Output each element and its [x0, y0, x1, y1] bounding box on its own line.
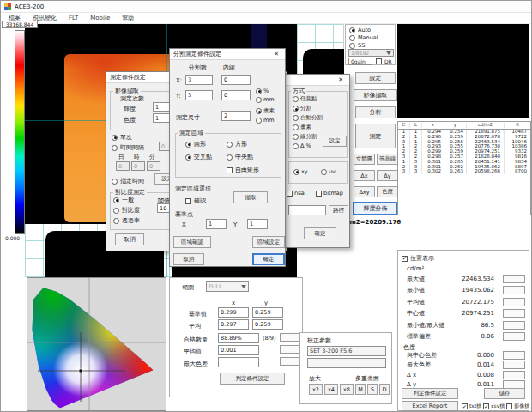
menu-item[interactable]: Mobile	[84, 15, 116, 21]
position-display-checkbox[interactable]: ✓	[402, 256, 408, 262]
path-button[interactable]: 路徑	[329, 205, 348, 215]
transmit-radio[interactable]	[113, 218, 119, 224]
right-camera-view[interactable]	[397, 24, 529, 118]
mode-dialog[interactable]: ✕ 方式 任意點 分割 自動分割 畫素 線分割 Δ % 設定 xy uv ris…	[284, 74, 350, 248]
measure-button[interactable]: 測定	[355, 124, 396, 148]
interval-radio[interactable]	[112, 145, 118, 151]
gain-field[interactable]: 0gain	[348, 58, 372, 65]
inset-y-field[interactable]: 0	[221, 90, 251, 100]
cross-point-radio[interactable]	[185, 154, 191, 161]
region-confirm-button[interactable]: 區域確認	[173, 236, 211, 248]
risa-checkbox[interactable]	[287, 191, 293, 197]
measurement-table[interactable]: CLxycd/m2K110.2940.25421891.87510487210.…	[397, 121, 531, 215]
manual-radio[interactable]	[349, 35, 355, 41]
pixel-radio[interactable]	[293, 124, 299, 130]
ref-x-field[interactable]: 0.299	[218, 307, 249, 318]
line-split-radio[interactable]	[293, 134, 299, 140]
menu-item[interactable]: FLT	[63, 15, 84, 21]
solid-view-button[interactable]: 立體圖	[354, 154, 375, 165]
specified-time-radio[interactable]	[112, 179, 118, 185]
avg-x-field[interactable]: 0.297	[218, 319, 249, 330]
table-row[interactable]: 330.3020.26320598.2668700	[398, 169, 530, 174]
calibration-preset2-field[interactable]	[307, 358, 386, 368]
general-radio[interactable]	[113, 197, 119, 203]
shutter-select[interactable]: 1/8192	[348, 49, 394, 57]
inset-pct-radio[interactable]	[256, 88, 262, 94]
delta-y-button[interactable]: Δy	[377, 170, 398, 181]
menu-item[interactable]: 幫助	[116, 14, 140, 22]
day-field[interactable]: 0	[116, 161, 130, 171]
multi-screen-button[interactable]: M	[355, 384, 366, 395]
ref-y-field[interactable]: 0.259	[252, 307, 283, 318]
path-field[interactable]	[288, 205, 326, 215]
zoom-button[interactable]: x4	[324, 384, 338, 395]
split-condition-dialog[interactable]: 分割測定條件設定 ✕ 分割數 內縮 X: 3 0 Y: 3 0 % mm 測定尺…	[169, 48, 286, 267]
auto-radio[interactable]	[349, 27, 355, 33]
uv-radio[interactable]	[321, 169, 327, 175]
measure-cancel-button[interactable]: 取消	[115, 233, 144, 245]
square-radio[interactable]	[227, 142, 233, 148]
range-select[interactable]: FULL	[206, 281, 249, 292]
mode-ok-button[interactable]: 確定	[304, 227, 336, 239]
split-ok-button[interactable]: 確定	[252, 253, 285, 265]
multi-screen-button[interactable]: D	[379, 384, 390, 395]
center-point-radio[interactable]	[227, 154, 233, 161]
delta-xy-button[interactable]: Δxy	[354, 186, 375, 197]
region-set-button[interactable]: 區域設定	[252, 236, 285, 248]
set-button[interactable]: 設定	[355, 72, 396, 84]
analyze-button[interactable]: 分析	[355, 106, 396, 118]
zoom-button[interactable]: x8	[340, 384, 354, 395]
multi-screen-button[interactable]: S	[367, 384, 378, 395]
excel-report-button[interactable]: Excel Report	[402, 401, 458, 411]
mode-dialog-titlebar[interactable]: ✕	[285, 75, 349, 86]
split-radio[interactable]	[293, 106, 299, 112]
div-x-field[interactable]: 3	[185, 75, 213, 85]
base-y-field[interactable]: 1	[247, 219, 268, 229]
split-dialog-titlebar[interactable]: 分割測定條件設定 ✕	[170, 49, 285, 60]
contrast-radio[interactable]	[113, 208, 119, 214]
delta-pct-radio[interactable]	[293, 143, 299, 149]
confirm-checkbox[interactable]	[185, 198, 191, 204]
dr-checkbox[interactable]	[376, 58, 382, 64]
save-button[interactable]: 儲存	[484, 388, 525, 399]
avg-y-field[interactable]: 0.259	[252, 319, 283, 330]
bitmap-checkbox[interactable]	[316, 191, 322, 197]
close-icon[interactable]: ✕	[336, 76, 346, 83]
table-header-cell: K	[505, 123, 530, 128]
txt-file-checkbox[interactable]: ✓	[462, 403, 468, 409]
auto-split-radio[interactable]	[293, 115, 299, 121]
stat-row: 標準偏差0.06	[407, 331, 525, 343]
size-pixel-radio[interactable]	[256, 108, 262, 114]
judge-condition-button[interactable]: 判定條件設定	[402, 388, 458, 399]
div-y-field[interactable]: 3	[185, 90, 213, 100]
delta-x-button[interactable]: Δx	[354, 170, 375, 181]
inset-pct-label: %	[263, 88, 269, 94]
ss-radio[interactable]	[349, 43, 355, 49]
any-point-radio[interactable]	[293, 96, 299, 102]
luminance-dist-button[interactable]: 輝度分佈	[353, 202, 398, 215]
judge-condition-button-2[interactable]: 判定條件設定	[220, 373, 285, 385]
split-cancel-button[interactable]: 取消	[173, 253, 204, 265]
image-file-checkbox[interactable]	[506, 403, 512, 409]
hour-field[interactable]: 0	[131, 161, 145, 171]
size-mm-radio[interactable]	[256, 118, 262, 124]
inset-mm-radio[interactable]	[256, 97, 262, 103]
chroma-button[interactable]: 色度	[377, 186, 398, 197]
close-icon[interactable]: ✕	[271, 51, 281, 58]
circle-radio[interactable]	[185, 142, 191, 148]
capture-button[interactable]: 影像擷取	[354, 89, 397, 101]
contour-button[interactable]: 等高線	[377, 154, 398, 165]
grab-button[interactable]: 擷取	[233, 191, 268, 203]
base-x-field[interactable]: 1	[206, 219, 227, 229]
free-rect-checkbox[interactable]	[227, 167, 233, 173]
minute-field[interactable]: 0	[147, 161, 160, 171]
inset-x-field[interactable]: 0	[221, 75, 251, 85]
single-radio[interactable]	[112, 135, 118, 141]
xy-radio[interactable]	[293, 169, 299, 175]
csv-file-checkbox[interactable]: ✓	[483, 403, 489, 409]
size-field[interactable]: 2	[221, 111, 251, 121]
cie-diagram-panel[interactable]	[27, 277, 166, 411]
calibration-preset-field[interactable]: SET 3-200 F5.6	[307, 346, 386, 356]
mode-set-button[interactable]: 設定	[323, 136, 347, 147]
zoom-button[interactable]: x2	[309, 384, 323, 395]
